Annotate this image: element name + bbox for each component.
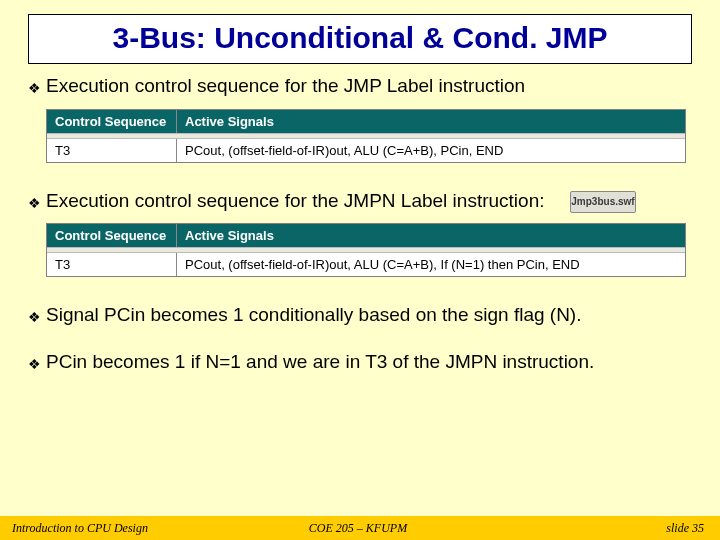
table-header-row: Control Sequence Active Signals [47, 110, 685, 133]
swf-link-icon[interactable]: Jmp3bus.swf [570, 191, 636, 213]
footer-left: Introduction to CPU Design [0, 521, 243, 536]
diamond-bullet-icon: ❖ [28, 303, 46, 326]
table-cell: T3 [47, 253, 177, 276]
footer-right: slide 35 [473, 521, 720, 536]
slide-title: 3-Bus: Unconditional & Cond. JMP [37, 21, 683, 55]
bullet-item-2: ❖ Execution control sequence for the JMP… [28, 189, 692, 214]
bullet-text: Signal PCin becomes 1 conditionally base… [46, 303, 692, 328]
diamond-bullet-icon: ❖ [28, 350, 46, 373]
table-header-cell: Active Signals [177, 224, 685, 247]
table-row: T3 PCout, (offset-field-of-IR)out, ALU (… [47, 139, 685, 162]
footer-center: COE 205 – KFUPM [243, 521, 474, 536]
diamond-bullet-icon: ❖ [28, 189, 46, 212]
table-header-cell: Control Sequence [47, 224, 177, 247]
slide-title-box: 3-Bus: Unconditional & Cond. JMP [28, 14, 692, 64]
table-row: T3 PCout, (offset-field-of-IR)out, ALU (… [47, 253, 685, 276]
table-cell: PCout, (offset-field-of-IR)out, ALU (C=A… [177, 253, 685, 276]
bullet-text: Execution control sequence for the JMPN … [46, 189, 556, 214]
table-header-row: Control Sequence Active Signals [47, 224, 685, 247]
slide-footer: Introduction to CPU Design COE 205 – KFU… [0, 516, 720, 540]
table-cell: T3 [47, 139, 177, 162]
bullet-item-1: ❖ Execution control sequence for the JMP… [28, 74, 692, 99]
diamond-bullet-icon: ❖ [28, 74, 46, 97]
bullet-text: PCin becomes 1 if N=1 and we are in T3 o… [46, 350, 692, 375]
table-header-cell: Active Signals [177, 110, 685, 133]
bullet-item-4: ❖ PCin becomes 1 if N=1 and we are in T3… [28, 350, 692, 375]
slide-content: ❖ Execution control sequence for the JMP… [0, 74, 720, 375]
bullet-item-3: ❖ Signal PCin becomes 1 conditionally ba… [28, 303, 692, 328]
table-cell: PCout, (offset-field-of-IR)out, ALU (C=A… [177, 139, 685, 162]
control-sequence-table-1: Control Sequence Active Signals T3 PCout… [46, 109, 686, 163]
control-sequence-table-2: Control Sequence Active Signals T3 PCout… [46, 223, 686, 277]
bullet-text: Execution control sequence for the JMP L… [46, 74, 692, 99]
table-header-cell: Control Sequence [47, 110, 177, 133]
